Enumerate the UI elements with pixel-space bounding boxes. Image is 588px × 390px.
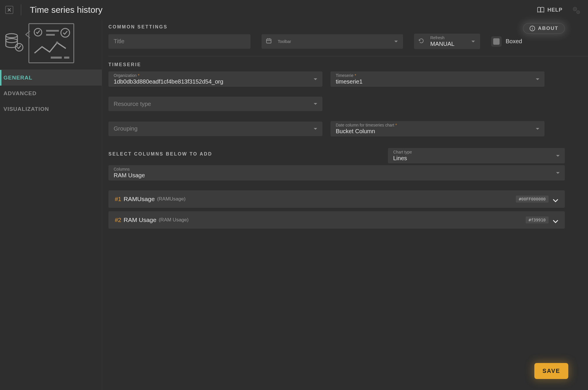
refresh-select[interactable]: Refresh MANUAL xyxy=(414,34,480,49)
svg-point-3 xyxy=(578,12,578,12)
timeserie-select[interactable]: Timeserie* timeserie1 xyxy=(331,71,545,87)
sidebar-tab-label: ADVANCED xyxy=(3,90,37,96)
chart-type-value: Lines xyxy=(393,155,560,162)
save-button[interactable]: SAVE xyxy=(534,363,568,379)
title-placeholder: Title xyxy=(114,38,245,45)
chevron-down-icon xyxy=(314,103,317,105)
svg-rect-15 xyxy=(51,57,62,59)
refresh-label: Refresh xyxy=(430,35,475,40)
organization-select[interactable]: Organization* 1db0db3d880eadf1cf4be813f3… xyxy=(108,71,322,87)
sidebar-tab-label: VISUALIZATION xyxy=(3,106,49,112)
page-title: Time series history xyxy=(30,5,103,15)
resource-type-select[interactable]: Resource type xyxy=(108,97,322,111)
help-book-icon xyxy=(537,7,545,13)
chart-type-label: Chart type xyxy=(393,150,560,154)
boxed-toggle[interactable]: Boxed xyxy=(491,36,522,47)
date-column-value: Bucket Column xyxy=(336,128,539,135)
boxed-checkbox[interactable] xyxy=(491,36,502,47)
column-item-2: #2 RAM Usage (RAM Usage) #f39910 xyxy=(108,211,565,229)
organization-value: 1db0db3d880eadf1cf4be813f3152d54_org xyxy=(114,78,317,85)
chevron-down-icon xyxy=(556,155,560,157)
svg-rect-16 xyxy=(64,57,69,59)
checkbox-inner xyxy=(493,38,500,45)
column-index: #1 xyxy=(115,196,121,203)
chevron-down-icon xyxy=(471,41,475,42)
date-column-label: Date column for timeseries chart* xyxy=(336,123,539,127)
columns-heading: SELECT COLUMNS BELOW TO ADD xyxy=(108,151,388,157)
expand-column-button[interactable] xyxy=(553,218,558,222)
grouping-select[interactable]: Grouping xyxy=(108,122,322,136)
toolbar-select[interactable]: Toolbar xyxy=(262,34,403,49)
sidebar-tab-label: GENERAL xyxy=(3,75,32,81)
header: Time series history HELP xyxy=(0,0,588,20)
column-subname: (RAM Usage) xyxy=(159,217,188,223)
expand-column-button[interactable] xyxy=(553,197,558,201)
calendar-icon xyxy=(266,37,272,45)
svg-point-7 xyxy=(6,34,17,38)
chevron-down-icon xyxy=(536,128,539,130)
boxed-label: Boxed xyxy=(506,38,522,45)
timeserie-value: timeserie1 xyxy=(336,78,539,85)
column-name: RAMUsage xyxy=(124,196,155,203)
main: GENERAL ADVANCED VISUALIZATION COMMON SE… xyxy=(0,20,588,390)
chevron-down-icon xyxy=(314,128,317,130)
close-button[interactable] xyxy=(5,6,13,14)
svg-point-13 xyxy=(61,28,70,37)
timeserie-heading: TIMESERIE xyxy=(108,62,565,67)
grouping-placeholder: Grouping xyxy=(114,125,317,132)
columns-value: RAM Usage xyxy=(114,172,560,179)
title-input[interactable]: Title xyxy=(108,34,251,49)
date-column-select[interactable]: Date column for timeseries chart* Bucket… xyxy=(331,121,545,136)
close-icon xyxy=(7,8,12,12)
database-icon xyxy=(5,32,24,55)
settings-panel: COMMON SETTINGS Title Toolbar Refresh MA… xyxy=(102,20,588,390)
columns-label: Columns xyxy=(114,167,560,171)
chevron-down-icon xyxy=(536,78,539,80)
column-color-badge: #f39910 xyxy=(526,216,549,223)
refresh-value: MANUAL xyxy=(430,41,475,47)
widget-preview xyxy=(0,20,102,70)
gears-icon xyxy=(572,6,581,17)
refresh-icon xyxy=(418,37,424,45)
help-label: HELP xyxy=(547,7,562,13)
save-label: SAVE xyxy=(542,368,560,374)
toolbar-label: Toolbar xyxy=(278,39,398,44)
sidebar-tab-advanced[interactable]: ADVANCED xyxy=(0,86,102,101)
sidebar: GENERAL ADVANCED VISUALIZATION xyxy=(0,20,102,390)
svg-point-2 xyxy=(577,11,580,14)
sidebar-tab-visualization[interactable]: VISUALIZATION xyxy=(0,101,102,117)
svg-point-14 xyxy=(56,41,58,44)
svg-point-0 xyxy=(573,7,577,11)
svg-point-1 xyxy=(574,8,576,10)
chevron-down-icon xyxy=(553,199,558,202)
chevron-down-icon xyxy=(314,78,317,80)
columns-select[interactable]: Columns RAM Usage xyxy=(108,165,565,180)
svg-rect-17 xyxy=(266,39,271,43)
sidebar-tab-general[interactable]: GENERAL xyxy=(0,70,102,86)
chart-type-select[interactable]: Chart type Lines xyxy=(388,148,565,163)
column-item-1: #1 RAMUsage (RAMUsage) #00FF000000 xyxy=(108,190,565,208)
svg-point-8 xyxy=(6,39,17,43)
vertical-separator xyxy=(21,4,21,15)
organization-label: Organization* xyxy=(114,73,317,78)
divider xyxy=(108,56,588,56)
timeserie-label: Timeserie* xyxy=(336,73,539,78)
column-name: RAM Usage xyxy=(124,216,156,223)
chevron-down-icon xyxy=(553,220,558,223)
chevron-down-icon xyxy=(556,172,560,174)
sidebar-tabs: GENERAL ADVANCED VISUALIZATION xyxy=(0,70,102,117)
help-link[interactable]: HELP xyxy=(537,7,562,13)
resource-type-placeholder: Resource type xyxy=(114,101,317,107)
svg-rect-12 xyxy=(46,34,55,36)
column-index: #2 xyxy=(115,217,121,223)
column-subname: (RAMUsage) xyxy=(157,196,186,202)
common-settings-heading: COMMON SETTINGS xyxy=(108,24,565,30)
column-color-badge: #00FF000000 xyxy=(516,196,549,203)
chart-thumb-icon xyxy=(28,23,74,63)
svg-rect-11 xyxy=(46,30,59,32)
chevron-down-icon xyxy=(394,41,398,42)
